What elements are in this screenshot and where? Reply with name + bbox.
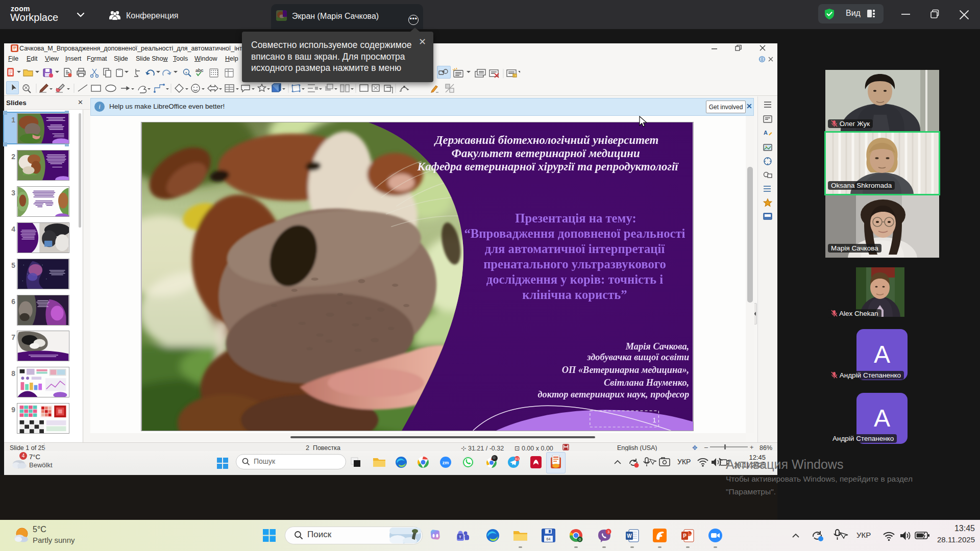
svg-text:A: A	[764, 130, 768, 136]
svg-text:83: 83	[515, 457, 519, 461]
svg-text:Кафедра ветеринарної хірургії: Кафедра ветеринарної хірургії та репроду…	[417, 160, 679, 173]
svg-text:T: T	[459, 535, 461, 539]
svg-text:доктор ветеринарих наук, профе: доктор ветеринарих наук, професор	[537, 389, 689, 399]
svg-text:ОП «Ветеринарна медицина»,: ОП «Ветеринарна медицина»,	[562, 365, 690, 375]
svg-text:a: a	[185, 71, 187, 74]
svg-text:клінічна користь”: клінічна користь”	[522, 288, 627, 302]
svg-text:Марія Сачкова,: Марія Сачкова,	[625, 341, 690, 352]
svg-text:P: P	[683, 533, 687, 539]
svg-text:здобувачка вищої освіти: здобувачка вищої освіти	[586, 352, 689, 362]
svg-text:пренатального ультразвукового: пренатального ультразвукового	[483, 257, 666, 271]
svg-text:3: 3	[607, 530, 610, 534]
svg-text:дослідження у корів: точність: дослідження у корів: точність і	[486, 272, 664, 286]
svg-text:Факультет ветеринарної медицин: Факультет ветеринарної медицини	[452, 147, 640, 160]
svg-text:W: W	[627, 533, 632, 539]
svg-text:Державний біотехнологічний уні: Державний біотехнологічний університет	[434, 134, 658, 146]
svg-text:64: 64	[547, 537, 551, 541]
svg-text:“Впровадження доповненої реаль: “Впровадження доповненої реальності	[464, 227, 685, 240]
svg-text:Презентація на тему:: Презентація на тему:	[515, 211, 636, 225]
svg-text:Світлана Науменко,: Світлана Науменко,	[604, 378, 689, 388]
svg-text:1: 1	[652, 416, 656, 424]
svg-text:0: 0	[579, 537, 581, 542]
svg-text:zm: zm	[443, 460, 449, 465]
svg-text:abc: abc	[195, 68, 204, 73]
svg-text:для автоматичної інтерпретації: для автоматичної інтерпретації	[485, 242, 665, 256]
